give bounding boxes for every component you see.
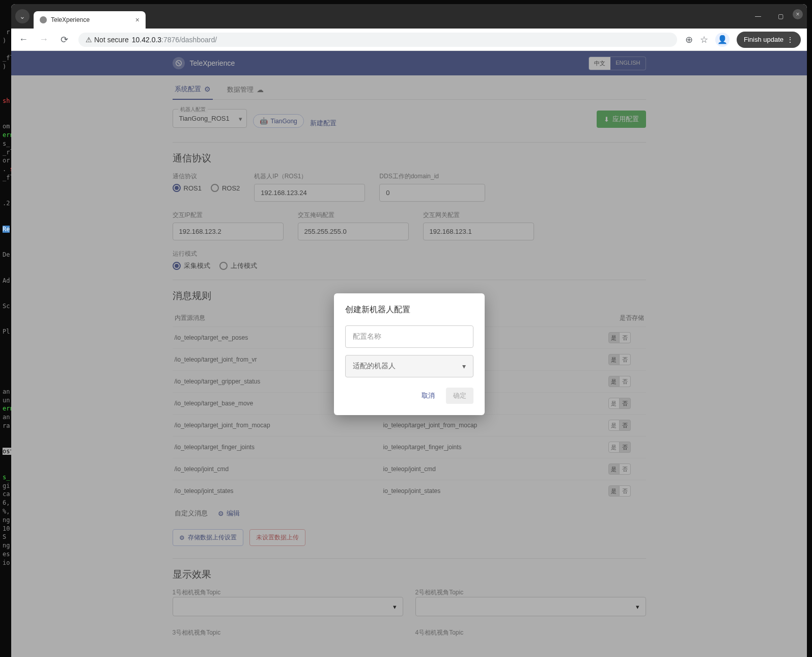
url-input[interactable]: ⚠ Not secure 10.42.0.3:7876/dashboard/ — [78, 33, 677, 47]
modal-title: 创建新机器人配置 — [345, 305, 473, 315]
chevron-down-icon: ▾ — [462, 362, 466, 370]
cancel-button[interactable]: 取消 — [414, 388, 442, 404]
back-icon[interactable]: ← — [17, 34, 30, 45]
security-chip[interactable]: ⚠ Not secure — [86, 36, 129, 44]
forward-icon[interactable]: → — [38, 34, 50, 45]
browser-tab[interactable]: TeleXperience × — [34, 11, 146, 29]
browser-window: ⌄ TeleXperience × — ▢ × ← → ⟳ ⚠ Not secu… — [11, 4, 807, 657]
finish-update-button[interactable]: Finish update ⋮ — [737, 32, 801, 48]
window-minimize-icon[interactable]: — — [748, 9, 768, 23]
page-content: TeleXperience 中文 ENGLISH 系统配置 ⚙ 数据管理 ☁ — [11, 51, 807, 657]
window-titlebar: ⌄ TeleXperience × — ▢ × — [11, 4, 807, 29]
bookmark-icon[interactable]: ☆ — [700, 34, 708, 45]
menu-dots-icon: ⋮ — [787, 36, 794, 44]
zoom-icon[interactable]: ⊕ — [685, 34, 693, 45]
config-name-input[interactable]: 配置名称 — [345, 325, 473, 348]
tab-close-icon[interactable]: × — [135, 16, 139, 24]
confirm-button[interactable]: 确定 — [446, 388, 473, 404]
create-config-modal: 创建新机器人配置 配置名称 适配的机器人 ▾ 取消 确定 — [334, 293, 485, 415]
robot-type-select[interactable]: 适配的机器人 ▾ — [345, 355, 473, 377]
modal-overlay[interactable]: 创建新机器人配置 配置名称 适配的机器人 ▾ 取消 确定 — [11, 51, 807, 657]
tab-title: TeleXperience — [51, 16, 131, 23]
reload-icon[interactable]: ⟳ — [58, 34, 70, 45]
tab-search-icon[interactable]: ⌄ — [15, 9, 30, 23]
address-bar: ← → ⟳ ⚠ Not secure 10.42.0.3:7876/dashbo… — [11, 29, 807, 51]
profile-icon[interactable]: 👤 — [715, 33, 730, 47]
tab-favicon-icon — [40, 16, 47, 23]
warning-icon: ⚠ — [86, 36, 92, 44]
window-maximize-icon[interactable]: ▢ — [770, 9, 791, 23]
window-close-icon[interactable]: × — [793, 9, 803, 19]
